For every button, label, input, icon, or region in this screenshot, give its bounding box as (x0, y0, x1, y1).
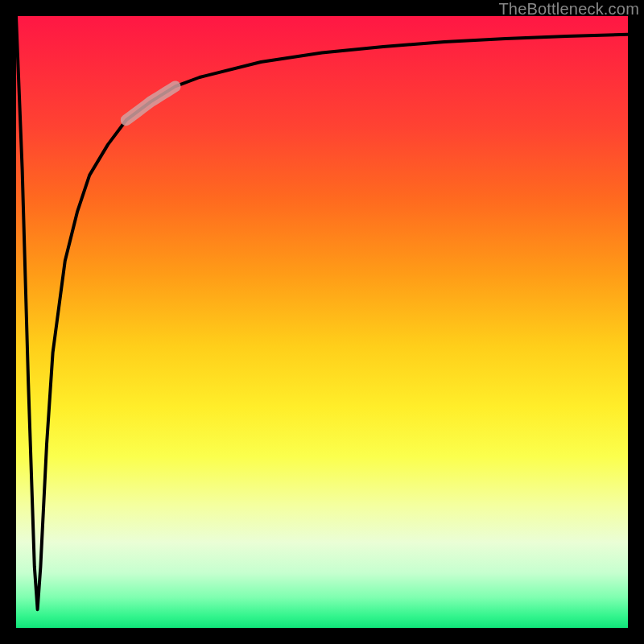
chart-stage: TheBottleneck.com (0, 0, 644, 644)
plot-area (16, 16, 628, 628)
curve-layer (16, 16, 628, 628)
highlight-segment (126, 86, 175, 120)
main-curve (16, 16, 628, 609)
